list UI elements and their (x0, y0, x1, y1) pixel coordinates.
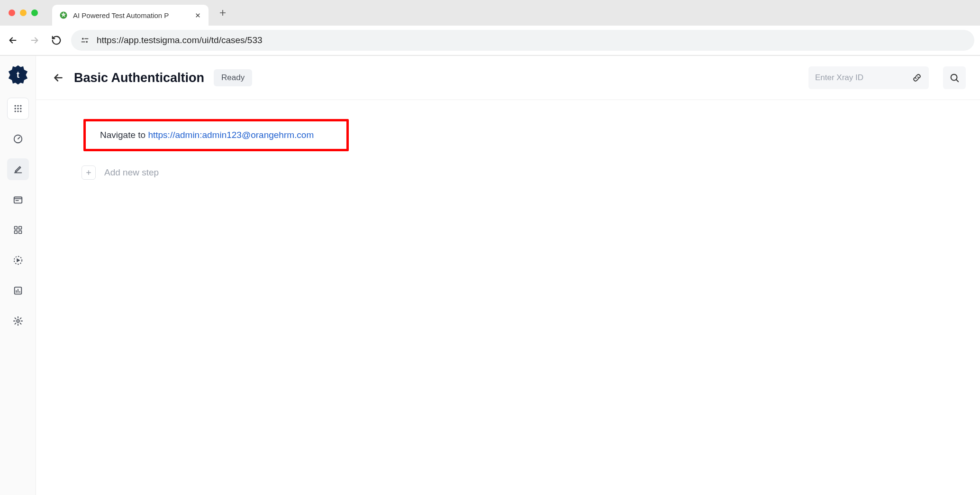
dashboard-icon[interactable] (7, 128, 29, 150)
search-button[interactable] (943, 66, 966, 89)
new-tab-button[interactable] (215, 5, 230, 20)
sidebar: t (0, 56, 36, 495)
svg-rect-17 (14, 227, 17, 229)
status-badge: Ready (214, 69, 252, 86)
svg-point-12 (14, 110, 16, 112)
page-title: Basic Authenticaltion (74, 71, 204, 85)
svg-point-23 (17, 320, 19, 322)
xray-id-input[interactable] (815, 73, 905, 82)
window-controls (9, 9, 38, 16)
window-minimize-button[interactable] (20, 9, 27, 16)
tab-bar: AI Powered Test Automation P (0, 0, 980, 26)
browser-nav-bar: https://app.testsigma.com/ui/td/cases/53… (0, 26, 980, 55)
page-back-button[interactable] (50, 70, 66, 86)
run-icon[interactable] (7, 249, 29, 271)
step-text: Navigate to https://admin:admin123@orang… (100, 130, 314, 140)
add-step-label: Add new step (104, 167, 159, 178)
link-icon[interactable] (912, 73, 922, 83)
tab-title: AI Powered Test Automation P (73, 11, 189, 19)
svg-rect-4 (82, 42, 85, 43)
add-step-plus-icon[interactable] (82, 165, 96, 180)
svg-text:t: t (16, 70, 19, 80)
edit-icon[interactable] (7, 158, 29, 180)
reports-icon[interactable] (7, 280, 29, 302)
svg-rect-20 (18, 231, 21, 234)
test-step-highlighted[interactable]: Navigate to https://admin:admin123@orang… (83, 119, 349, 151)
browser-back-button[interactable] (6, 33, 20, 47)
settings-icon[interactable] (7, 310, 29, 332)
svg-point-13 (17, 110, 18, 112)
grid-icon[interactable] (7, 219, 29, 241)
svg-point-10 (17, 108, 18, 109)
step-action-prefix: Navigate to (100, 130, 148, 140)
folder-icon[interactable] (7, 189, 29, 211)
steps-content: Navigate to https://admin:admin123@orang… (36, 100, 980, 199)
url-text: https://app.testsigma.com/ui/td/cases/53… (97, 35, 966, 46)
svg-point-7 (17, 105, 18, 107)
window-maximize-button[interactable] (31, 9, 38, 16)
add-step-row[interactable]: Add new step (82, 165, 933, 180)
main-content: Basic Authenticaltion Ready Navigate to … (36, 56, 980, 495)
page-header: Basic Authenticaltion Ready (36, 56, 980, 100)
browser-chrome: AI Powered Test Automation P https://app… (0, 0, 980, 55)
apps-icon[interactable] (7, 98, 29, 119)
svg-point-11 (20, 108, 21, 109)
site-settings-icon[interactable] (80, 35, 90, 46)
svg-point-3 (86, 41, 88, 43)
url-bar[interactable]: https://app.testsigma.com/ui/td/cases/53… (71, 30, 974, 51)
svg-rect-18 (18, 227, 21, 229)
app-logo-icon[interactable]: t (8, 64, 28, 85)
tab-favicon-icon (59, 10, 68, 20)
window-close-button[interactable] (9, 9, 15, 16)
svg-point-1 (82, 38, 84, 40)
svg-point-9 (14, 108, 16, 109)
app-container: t Basic Authentica (0, 55, 980, 495)
xray-input-container (808, 66, 929, 89)
browser-tab[interactable]: AI Powered Test Automation P (52, 5, 209, 26)
svg-rect-19 (14, 231, 17, 234)
step-url-link: https://admin:admin123@orangehrm.com (148, 130, 314, 140)
svg-point-8 (20, 105, 21, 107)
browser-forward-button[interactable] (27, 33, 42, 47)
close-tab-icon[interactable] (193, 11, 202, 19)
svg-rect-2 (84, 38, 88, 39)
svg-point-14 (20, 110, 21, 112)
svg-point-6 (14, 105, 16, 107)
browser-reload-button[interactable] (49, 33, 64, 47)
